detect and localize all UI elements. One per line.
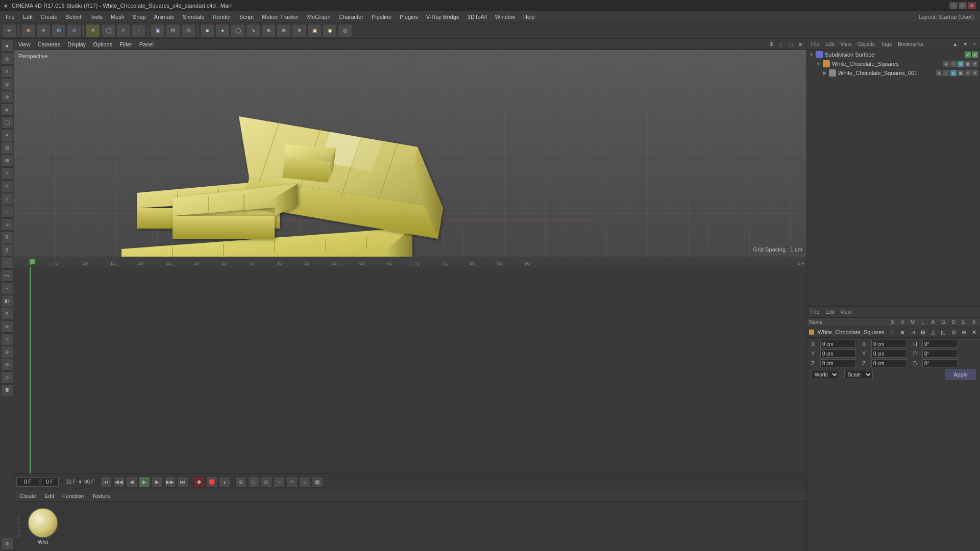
sidebar-btn-26[interactable]: ⊘ [1, 359, 13, 371]
rp-tags-btn[interactable]: Tags [879, 40, 894, 48]
menu-script[interactable]: Script [236, 13, 257, 21]
coord-y-input[interactable]: 0 cm [820, 349, 856, 358]
sidebar-btn-3[interactable]: ≡ [1, 65, 13, 78]
timeline-ruler[interactable]: 0 5 10 15 20 25 30 35 40 45 50 55 60 65 … [14, 257, 806, 267]
wc001-icon-2[interactable]: ○ [943, 70, 949, 76]
tab-edit[interactable]: Edit [41, 492, 57, 500]
sidebar-btn-5[interactable]: ⊗ [1, 91, 13, 103]
menu-snap[interactable]: Snap [129, 13, 150, 21]
obj-row-white-choc[interactable]: ▼ White_Chocolate_Squares ● ○ ■ ▣ ✦ [814, 59, 980, 68]
rp-icon-2[interactable]: ▼ [961, 40, 970, 48]
next-frame-button[interactable]: ▶ [152, 477, 163, 488]
new-cylinder-button[interactable]: ● [215, 24, 230, 37]
record-button[interactable]: ⏺ [193, 477, 205, 488]
obj-list-m[interactable]: ⊿ [909, 329, 917, 336]
3d-viewport[interactable]: Perspective [14, 50, 806, 257]
menu-pipeline[interactable]: Pipeline [368, 13, 395, 21]
menu-plugins[interactable]: Plugins [396, 13, 422, 21]
lr-edit-btn[interactable]: Edit [823, 308, 836, 316]
coord-system-dropdown[interactable]: World Object Local [811, 370, 839, 379]
sidebar-btn-8[interactable]: ✦ [1, 129, 13, 141]
vp-menu-filter[interactable]: Filter [117, 40, 134, 48]
obj-list-l[interactable]: ⊞ [919, 329, 927, 336]
motion-path-btn[interactable]: ⊕ [235, 477, 247, 488]
tab-create[interactable]: Create [16, 492, 39, 500]
render-region-button[interactable]: ⊟ [166, 24, 180, 37]
obj-list-g[interactable]: ◺ [939, 329, 947, 336]
obj-list-v[interactable]: ≡ [898, 329, 906, 335]
rp-icon-1[interactable]: ▲ [950, 40, 960, 48]
sidebar-settings-btn[interactable]: ⚙ [1, 538, 13, 550]
wc001-icon-6[interactable]: ✦ [972, 70, 978, 76]
new-cube-button[interactable]: ■ [200, 24, 214, 37]
menu-animate[interactable]: Animate [151, 13, 178, 21]
menu-3dtoall[interactable]: 3DToAll [464, 13, 491, 21]
rp-file-btn[interactable]: File [809, 40, 821, 48]
next-key-button[interactable]: ▶▶ [164, 477, 176, 488]
auto-key-button[interactable]: 🔴 [206, 477, 217, 488]
sidebar-btn-16[interactable]: ⊼ [1, 231, 13, 243]
python-button[interactable]: ◎ [338, 24, 352, 37]
sidebar-btn-24[interactable]: ∿ [1, 333, 13, 345]
spline-button[interactable]: ∿ [246, 24, 260, 37]
menu-render[interactable]: Render [209, 13, 235, 21]
undo-button[interactable]: ↩ [2, 24, 16, 37]
wc-icon-5[interactable]: ✦ [972, 61, 978, 67]
coord-h-input[interactable]: 0° [922, 340, 958, 348]
goto-end-button[interactable]: ⏭ [177, 477, 188, 488]
rp-icon-3[interactable]: + [971, 40, 978, 48]
menu-edit[interactable]: Edit [19, 13, 36, 21]
obj-list-s[interactable]: □ [888, 329, 896, 335]
vp-menu-cameras[interactable]: Cameras [36, 40, 63, 48]
wc-icon-2[interactable]: ○ [950, 61, 957, 67]
close-button[interactable]: ✕ [968, 2, 976, 9]
environment-button[interactable]: ☀ [292, 24, 306, 37]
lr-view-btn[interactable]: View [838, 308, 853, 316]
obj-list-d[interactable]: ⊙ [949, 329, 958, 336]
coord-b-input[interactable]: 0° [922, 359, 958, 367]
obj-list-a[interactable]: △ [929, 329, 937, 336]
vp-ctrl-3[interactable]: □ [787, 40, 795, 48]
key-button[interactable]: ⬥ [219, 477, 230, 488]
menu-mograph[interactable]: MoGraph [304, 13, 334, 21]
obj-list-e[interactable]: ⊚ [960, 329, 968, 336]
sidebar-btn-17[interactable]: ⊻ [1, 244, 13, 256]
menu-character[interactable]: Character [335, 13, 367, 21]
wc-icon-3[interactable]: ■ [958, 61, 964, 67]
sidebar-btn-4[interactable]: ⊕ [1, 78, 13, 90]
apply-button[interactable]: Apply [945, 369, 976, 380]
rp-objects-btn[interactable]: Objects [855, 40, 877, 48]
render-button[interactable]: ▣ [151, 24, 165, 37]
coord-x-input[interactable]: 0 cm [820, 340, 856, 348]
light-button[interactable]: ◉ [323, 24, 337, 37]
sidebar-btn-10[interactable]: ⊠ [1, 155, 13, 167]
sidebar-btn-11[interactable]: ↗ [1, 167, 13, 180]
camera-button[interactable]: ▣ [307, 24, 322, 37]
move-tool-button[interactable]: ✛ [36, 24, 51, 37]
sidebar-btn-15[interactable]: ⊿ [1, 218, 13, 231]
frame-start-input[interactable]: 0 F [16, 478, 39, 487]
live-selection-button[interactable]: ⊕ [21, 24, 35, 37]
coord-z2-input[interactable]: 0 cm [871, 359, 907, 367]
coord-y2-input[interactable]: 0 cm [871, 349, 907, 358]
vp-menu-options[interactable]: Options [91, 40, 114, 48]
obj-row-subdivision[interactable]: ▼ Subdivision Surface ✓ ✓ [807, 50, 980, 59]
model-mode-button[interactable]: ✕ [86, 24, 100, 37]
vp-ctrl-1[interactable]: ⊕ [767, 40, 775, 48]
edge-mode-button[interactable]: ◯ [101, 24, 115, 37]
material-item-1[interactable]: Whit [28, 508, 58, 545]
menu-help[interactable]: Help [520, 13, 538, 21]
pose-btn[interactable]: ≡ [286, 477, 298, 488]
sidebar-btn-18[interactable]: ≀ [1, 257, 13, 269]
rp-bookmarks-btn[interactable]: Bookmarks [896, 40, 925, 48]
menu-motion-tracker[interactable]: Motion Tracker [258, 13, 303, 21]
vp-menu-view[interactable]: View [16, 40, 33, 48]
prev-key-button[interactable]: ◀◀ [113, 477, 125, 488]
rotate-tool-button[interactable]: ↺ [67, 24, 81, 37]
play-button[interactable]: ▶ [139, 477, 150, 488]
sidebar-btn-22[interactable]: $ [1, 308, 13, 320]
menu-window[interactable]: Window [492, 13, 519, 21]
prev-frame-button[interactable]: ◀ [126, 477, 137, 488]
sub-icon-check2[interactable]: ✓ [972, 52, 978, 58]
sidebar-btn-19[interactable]: ⊶ [1, 269, 13, 282]
